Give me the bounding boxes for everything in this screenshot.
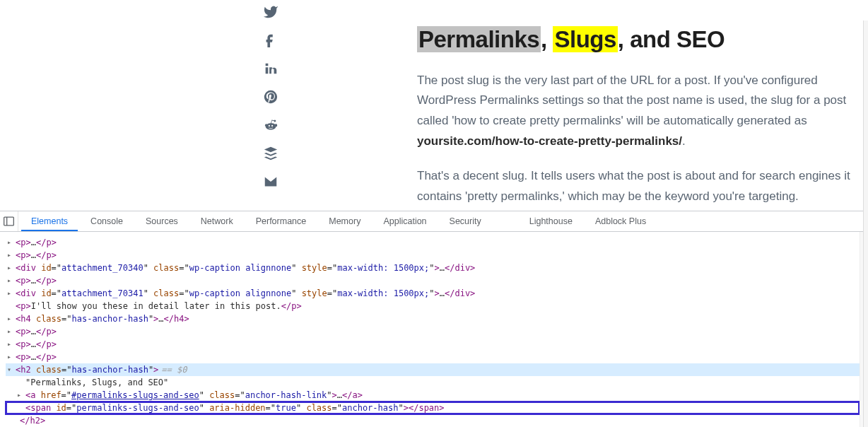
tab-elements[interactable]: Elements (21, 211, 78, 231)
tab-lighthouse[interactable]: Lighthouse (520, 211, 582, 231)
dom-node[interactable]: <p>…</p> (6, 351, 860, 363)
reddit-icon[interactable] (263, 117, 278, 133)
devtools-body: <p>…</p> <p>…</p> <div id="attachment_70… (0, 232, 868, 427)
dom-node[interactable]: <p>…</p> (6, 325, 860, 338)
tab-network[interactable]: Network (191, 211, 243, 231)
dom-node-selected[interactable]: <h2 class="has-anchor-hash">== $0 (6, 363, 860, 376)
tab-security[interactable]: Security (440, 211, 491, 231)
facebook-icon[interactable] (263, 33, 278, 48)
dom-node[interactable]: <p>…</p> (6, 274, 860, 287)
dom-node[interactable]: <h4 class="has-anchor-hash">…</h4> (6, 312, 860, 325)
article-paragraph-2: That's a decent slug. It tells users wha… (417, 166, 868, 207)
dock-side-icon[interactable] (0, 211, 18, 231)
social-share-column (262, 0, 279, 189)
heading-word-permalinks: Permalinks (417, 26, 541, 52)
article-paragraph-1: The post slug is the very last part of t… (417, 71, 868, 153)
dom-node-close[interactable]: </h2> (6, 414, 860, 427)
devtools-tabbar: Elements Console Sources Network Perform… (0, 211, 868, 232)
dom-node-highlighted[interactable]: <span id="permalinks-slugs-and-seo" aria… (6, 402, 860, 414)
dom-node[interactable]: <p>I'll show you these in detail later i… (6, 300, 860, 312)
linkedin-icon[interactable] (263, 61, 278, 76)
article-heading: Permalinks, Slugs, and SEO (417, 25, 868, 54)
page-content: Permalinks, Slugs, and SEO The post slug… (0, 0, 868, 211)
dom-node[interactable]: <div id="attachment_70340" class="wp-cap… (6, 262, 860, 274)
tab-application[interactable]: Application (373, 211, 436, 231)
devtools-panel: Elements Console Sources Network Perform… (0, 211, 868, 427)
article-body: Permalinks, Slugs, and SEO The post slug… (417, 25, 868, 211)
dom-node[interactable]: <div id="attachment_70341" class="wp-cap… (6, 287, 860, 300)
twitter-icon[interactable] (263, 4, 278, 20)
tab-adblock-plus[interactable]: Adblock Plus (585, 211, 656, 231)
dom-node[interactable]: <p>…</p> (6, 249, 860, 262)
tab-sources[interactable]: Sources (136, 211, 188, 231)
dom-text-node[interactable]: "Permalinks, Slugs, and SEO" (6, 376, 860, 389)
side-panel-stub (863, 21, 868, 427)
dom-node[interactable]: <p>…</p> (6, 338, 860, 351)
tab-memory[interactable]: Memory (319, 211, 370, 231)
svg-rect-0 (4, 217, 14, 226)
tab-performance[interactable]: Performance (246, 211, 317, 231)
tab-console[interactable]: Console (81, 211, 133, 231)
dom-node[interactable]: <a href="#permalinks-slugs-and-seo" clas… (6, 389, 860, 402)
dom-node[interactable]: <p>…</p> (6, 236, 860, 249)
heading-word-slugs: Slugs (553, 26, 617, 52)
example-url: yoursite.com/how-to-create-pretty-permal… (417, 134, 682, 148)
pinterest-icon[interactable] (263, 89, 278, 105)
elements-dom-tree[interactable]: <p>…</p> <p>…</p> <div id="attachment_70… (0, 232, 860, 427)
buffer-icon[interactable] (263, 146, 278, 161)
email-icon[interactable] (263, 174, 278, 189)
